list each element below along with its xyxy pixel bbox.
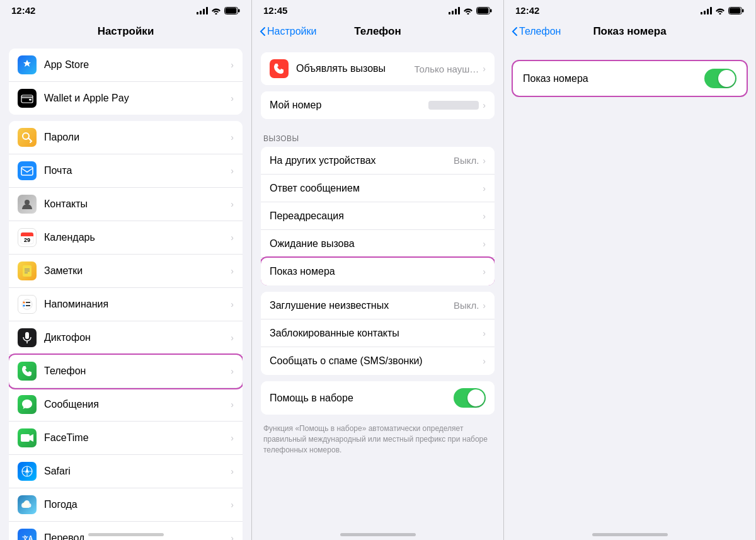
reminders-item[interactable]: Напоминания › (9, 288, 243, 321)
show-number-chevron-p2: › (483, 267, 486, 277)
translate-item[interactable]: 文A Перевод › (9, 522, 243, 540)
call-wait-item[interactable]: Ожидание вызова › (261, 230, 495, 258)
back-to-phone[interactable]: Телефон (512, 26, 561, 37)
calendar-item[interactable]: 29 Календарь › (9, 221, 243, 255)
mail-icon (18, 161, 37, 180)
wallet-icon (18, 89, 37, 108)
nav-title-1: Настройки (98, 25, 154, 38)
key-svg (21, 131, 33, 144)
dial-assist-toggle[interactable] (454, 388, 486, 408)
calendar-icon: 29 (18, 228, 37, 247)
home-indicator-2 (340, 533, 416, 536)
silence-unknown-item[interactable]: Заглушение неизвестных Выкл. › (261, 292, 495, 319)
facetime-icon (18, 428, 37, 447)
appstore-icon (18, 55, 37, 74)
contacts-label: Контакты (44, 198, 231, 210)
calls-group: На других устройствах Выкл. › Ответ сооб… (261, 147, 495, 285)
announce-item[interactable]: Объявлять вызовы Только науш… › (261, 52, 495, 85)
video-svg (20, 433, 34, 443)
reminders-chevron: › (231, 299, 234, 309)
calendar-svg: 29 (20, 231, 34, 244)
msg-svg (21, 398, 33, 411)
wallet-item[interactable]: Wallet и Apple Pay › (9, 82, 243, 115)
svg-rect-37 (730, 8, 741, 13)
redirect-item[interactable]: Переадресация › (261, 202, 495, 230)
contacts-chevron: › (231, 199, 234, 209)
mail-item[interactable]: Почта › (9, 154, 243, 188)
phone-chevron: › (231, 366, 234, 376)
facetime-chevron: › (231, 433, 234, 443)
passwords-label: Пароли (44, 132, 231, 143)
dial-assist-note: Функция «Помощь в наборе» автоматически … (252, 421, 503, 460)
weather-item[interactable]: Погода › (9, 488, 243, 522)
messages-item[interactable]: Сообщения › (9, 388, 243, 422)
show-number-item-panel2[interactable]: Показ номера › (261, 258, 495, 285)
voice-chevron: › (231, 333, 234, 343)
show-number-toggle-knob (718, 70, 735, 87)
show-number-label-p2: Показ номера (270, 266, 483, 277)
svg-rect-1 (238, 9, 240, 12)
spam-item[interactable]: Сообщать о спаме (SMS/звонки) › (261, 347, 495, 375)
notes-chevron: › (231, 266, 234, 276)
mute-group: Заглушение неизвестных Выкл. › Заблокиро… (261, 292, 495, 375)
reminders-svg (21, 298, 33, 311)
my-number-label: Мой номер (270, 100, 428, 111)
my-number-item[interactable]: Мой номер › (261, 91, 495, 119)
wifi-icon-2 (463, 7, 473, 14)
toggle-knob (467, 389, 484, 406)
safari-item[interactable]: Safari › (9, 455, 243, 488)
show-number-toggle-row[interactable]: Показ номера (513, 61, 747, 96)
translate-svg: 文A (20, 532, 34, 540)
show-number-row-label: Показ номера (523, 73, 588, 84)
time-3: 12:42 (515, 5, 539, 16)
mail-label: Почта (44, 165, 231, 176)
svg-rect-5 (29, 99, 32, 101)
show-number-toggle[interactable] (704, 69, 736, 88)
spam-chevron: › (483, 356, 486, 366)
announce-chevron: › (483, 64, 486, 74)
dial-assist-group: Помощь в наборе (261, 381, 495, 415)
announce-label: Объявлять вызовы (296, 63, 415, 74)
settings-scroll[interactable]: App Store › Wallet и Apple Pay › (0, 46, 251, 540)
blocked-label: Заблокированные контакты (270, 328, 483, 339)
svg-marker-25 (30, 434, 33, 442)
spam-label: Сообщать о спаме (SMS/звонки) (270, 355, 483, 367)
home-indicator-1 (88, 533, 164, 536)
silence-unknown-chevron: › (483, 301, 486, 311)
appstore-item[interactable]: App Store › (9, 49, 243, 82)
appstore-svg (21, 59, 33, 71)
dial-assist-item[interactable]: Помощь в наборе (261, 381, 495, 415)
panel-settings: 12:42 Настройки (0, 0, 252, 540)
back-to-settings[interactable]: Настройки (260, 26, 316, 37)
voice-label: Диктофон (44, 332, 231, 343)
reply-msg-item[interactable]: Ответ сообщением › (261, 175, 495, 202)
status-icons-2 (449, 7, 492, 14)
status-bar-3: 12:42 (504, 0, 755, 18)
status-bar-1: 12:42 (0, 0, 251, 18)
svg-text:29: 29 (24, 237, 30, 243)
weather-chevron: › (231, 500, 234, 510)
reply-msg-label: Ответ сообщением (270, 183, 483, 194)
facetime-label: FaceTime (44, 432, 231, 444)
other-devices-item[interactable]: На других устройствах Выкл. › (261, 147, 495, 175)
voice-item[interactable]: Диктофон › (9, 321, 243, 355)
phone-icon (18, 362, 37, 381)
weather-icon (18, 495, 37, 514)
back-label-3: Телефон (519, 26, 561, 37)
wallet-chevron: › (231, 93, 234, 103)
panel-show-number: 12:42 Телефон Показ номера (504, 0, 756, 540)
svg-rect-7 (21, 167, 33, 175)
contacts-item[interactable]: Контакты › (9, 188, 243, 221)
battery-icon-1 (224, 7, 240, 14)
contacts-svg (21, 198, 33, 210)
phone-item[interactable]: Телефон › (9, 355, 243, 388)
passwords-chevron: › (231, 132, 234, 142)
contacts-icon (18, 195, 37, 214)
passwords-item[interactable]: Пароли › (9, 121, 243, 154)
notes-item[interactable]: Заметки › (9, 255, 243, 288)
phone-scroll[interactable]: Объявлять вызовы Только науш… › Мой номе… (252, 46, 503, 540)
blocked-item[interactable]: Заблокированные контакты › (261, 319, 495, 347)
calendar-chevron: › (231, 233, 234, 243)
facetime-item[interactable]: FaceTime › (9, 422, 243, 455)
phone-svg (21, 365, 33, 377)
